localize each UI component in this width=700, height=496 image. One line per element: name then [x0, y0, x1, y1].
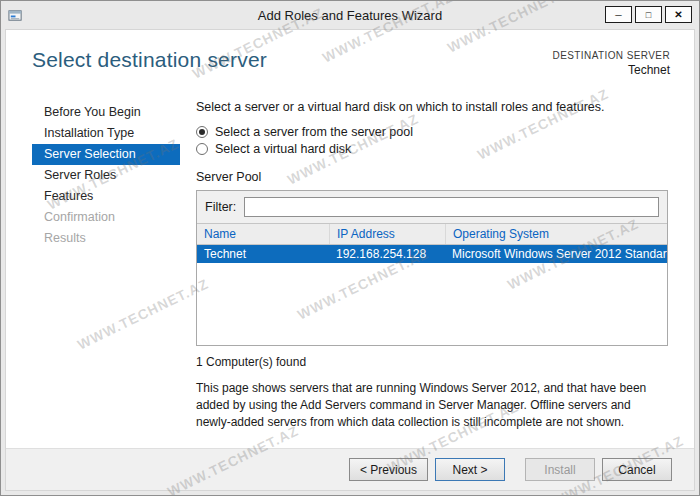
column-header-operating-system[interactable]: Operating System	[445, 224, 667, 244]
destination-server-block: DESTINATION SERVER Technet	[553, 50, 670, 77]
main-pane: Select a server or a virtual hard disk o…	[196, 100, 668, 430]
radio-select-vhd[interactable]: Select a virtual hard disk	[196, 140, 668, 157]
maximize-button[interactable]: □	[635, 6, 662, 23]
sidebar-item-server-roles[interactable]: Server Roles	[32, 165, 180, 186]
server-pool-box: Filter: Name IP Address Operating System…	[196, 190, 668, 346]
window-title: Add Roles and Features Wizard	[1, 8, 699, 23]
filter-input[interactable]	[244, 197, 659, 217]
titlebar: Add Roles and Features Wizard ─ □ ✕	[1, 1, 699, 29]
page-description: This page shows servers that are running…	[196, 380, 668, 430]
sidebar-item-features[interactable]: Features	[32, 186, 180, 207]
wizard-footer: < Previous Next > Install Cancel	[6, 448, 694, 490]
radio-select-server-pool[interactable]: Select a server from the server pool	[196, 123, 668, 140]
sidebar-item-installation-type[interactable]: Installation Type	[32, 123, 180, 144]
column-header-name[interactable]: Name	[197, 224, 329, 244]
radio-button-server-pool[interactable]	[196, 126, 208, 138]
filter-strip: Filter:	[197, 191, 667, 224]
instruction-text: Select a server or a virtual hard disk o…	[196, 100, 668, 114]
dialog-body: Select destination server DESTINATION SE…	[5, 29, 695, 491]
sidebar-item-confirmation: Confirmation	[32, 207, 180, 228]
sidebar-item-before-you-begin[interactable]: Before You Begin	[32, 102, 180, 123]
table-row-technet[interactable]: Technet 192.168.254.128 Microsoft Window…	[197, 245, 667, 263]
sidebar-item-server-selection[interactable]: Server Selection	[32, 144, 180, 165]
computers-found-count: 1 Computer(s) found	[196, 355, 668, 369]
wizard-steps-sidebar: Before You Begin Installation Type Serve…	[32, 102, 180, 249]
minimize-button[interactable]: ─	[605, 6, 632, 23]
server-table-header: Name IP Address Operating System	[197, 224, 667, 245]
sidebar-item-results: Results	[32, 228, 180, 249]
wizard-app-icon	[8, 7, 24, 23]
server-pool-title: Server Pool	[196, 170, 668, 184]
destination-server-label: DESTINATION SERVER	[553, 50, 670, 61]
cell-server-name: Technet	[197, 247, 329, 261]
destination-server-value: Technet	[553, 63, 670, 77]
filter-label: Filter:	[205, 200, 236, 214]
install-button: Install	[525, 458, 595, 481]
window-controls: ─ □ ✕	[605, 6, 692, 23]
radio-label-server-pool: Select a server from the server pool	[215, 125, 413, 139]
previous-button[interactable]: < Previous	[349, 458, 428, 481]
cell-server-ip: 192.168.254.128	[329, 247, 445, 261]
close-button[interactable]: ✕	[665, 6, 692, 23]
cell-server-os: Microsoft Windows Server 2012 Standard E…	[445, 247, 667, 261]
wizard-window: Add Roles and Features Wizard ─ □ ✕ Sele…	[0, 0, 700, 496]
next-button[interactable]: Next >	[435, 458, 505, 481]
cancel-button[interactable]: Cancel	[602, 458, 672, 481]
page-title: Select destination server	[32, 48, 267, 72]
radio-button-vhd[interactable]	[196, 143, 208, 155]
column-header-ip-address[interactable]: IP Address	[329, 224, 445, 244]
server-table-body: Technet 192.168.254.128 Microsoft Window…	[197, 245, 667, 345]
radio-label-vhd: Select a virtual hard disk	[215, 142, 351, 156]
